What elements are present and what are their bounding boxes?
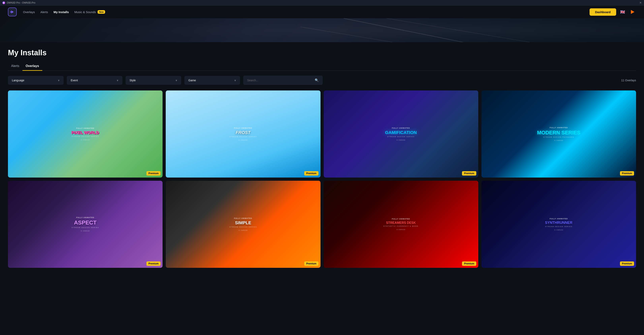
- app-logo[interactable]: [8, 8, 17, 16]
- nav-alerts[interactable]: Alerts: [40, 10, 48, 14]
- tabs: Alerts Overlays: [8, 63, 636, 71]
- premium-badge: Premium: [304, 171, 318, 176]
- svg-marker-4: [631, 10, 634, 14]
- navbar: Overlays Alerts My Installs Music & Soun…: [0, 6, 644, 18]
- svg-line-6: [386, 18, 644, 42]
- card-frost[interactable]: FULLY ANIMATED FROST STREAM DESIGN SERIE…: [166, 91, 320, 178]
- chevron-icon: ∨: [234, 79, 236, 82]
- title-bar-controls: ✕: [640, 2, 642, 4]
- search-box: 🔍: [243, 76, 323, 85]
- navbar-left: Overlays Alerts My Installs Music & Soun…: [8, 8, 105, 16]
- dashboard-button[interactable]: Dashboard: [590, 8, 616, 16]
- game-filter[interactable]: Game ∨: [184, 76, 240, 85]
- premium-badge: Premium: [146, 261, 160, 266]
- play-icon-btn[interactable]: [629, 8, 636, 16]
- tab-alerts[interactable]: Alerts: [8, 63, 22, 71]
- main-content: My Installs Alerts Overlays Language ∨ E…: [0, 42, 644, 274]
- event-filter[interactable]: Event ∨: [67, 76, 122, 85]
- premium-badge: Premium: [620, 261, 634, 266]
- navbar-right: Dashboard 🇬🇧: [590, 8, 636, 16]
- overlay-count: 11 Overlays: [621, 79, 636, 82]
- premium-badge: Premium: [304, 261, 318, 266]
- chevron-icon: ∨: [58, 79, 60, 82]
- svg-marker-0: [3, 2, 4, 4]
- title-bar: OWN3D Pro - OWN3D.Pro ✕: [0, 0, 644, 6]
- svg-line-5: [344, 18, 601, 42]
- nav-links: Overlays Alerts My Installs Music & Soun…: [23, 10, 105, 14]
- card-simple[interactable]: FULLY ANIMATED SIMPLE STREAM DESIGN SERI…: [166, 181, 320, 268]
- close-btn[interactable]: ✕: [640, 2, 642, 4]
- premium-badge: Premium: [462, 261, 476, 266]
- chevron-icon: ∨: [117, 79, 118, 82]
- card-modern-series[interactable]: FULLY ANIMATED MODERN SERIES STREAM DESI…: [482, 91, 636, 178]
- premium-badge: Premium: [146, 171, 160, 176]
- chevron-icon: ∨: [176, 79, 177, 82]
- cards-grid: FULLY ANIMATED PIXEL WORLD STREAM DESIGN…: [8, 91, 636, 268]
- nav-overlays[interactable]: Overlays: [23, 10, 35, 14]
- card-gamification[interactable]: FULLY ANIMATED GAMIFICATION STREAM DESIG…: [324, 91, 478, 178]
- premium-badge: Premium: [620, 171, 634, 176]
- nav-music-sounds-wrapper: Music & Sounds New: [74, 10, 105, 14]
- card-synthrunner[interactable]: FULLY ANIMATED SYNTHRUNNER STREAM DESIGN…: [482, 181, 636, 268]
- style-filter[interactable]: Style ∨: [126, 76, 181, 85]
- filters-row: Language ∨ Event ∨ Style ∨ Game ∨ 🔍 11 O…: [8, 76, 636, 85]
- tab-overlays[interactable]: Overlays: [22, 63, 42, 71]
- new-badge: New: [98, 10, 105, 14]
- card-aspect[interactable]: FULLY ANIMATED ASPECT STREAM DESIGN SERI…: [8, 181, 162, 268]
- search-icon: 🔍: [315, 78, 319, 82]
- app-icon: [2, 2, 5, 4]
- language-filter[interactable]: Language ∨: [8, 76, 64, 85]
- search-input[interactable]: [247, 79, 312, 82]
- nav-my-installs[interactable]: My Installs: [54, 10, 69, 14]
- nav-music-sounds[interactable]: Music & Sounds: [74, 10, 96, 14]
- premium-badge: Premium: [462, 171, 476, 176]
- svg-line-7: [300, 27, 558, 42]
- hero-banner: [0, 18, 644, 42]
- page-title: My Installs: [8, 49, 636, 57]
- language-flag[interactable]: 🇬🇧: [619, 9, 626, 15]
- card-streamers-desk[interactable]: FULLY ANIMATED STREAMERS DESK SYNTHETIC …: [324, 181, 478, 268]
- card-pixel-world[interactable]: FULLY ANIMATED PIXEL WORLD STREAM DESIGN…: [8, 91, 162, 178]
- title-bar-text: OWN3D Pro - OWN3D.Pro: [2, 2, 35, 4]
